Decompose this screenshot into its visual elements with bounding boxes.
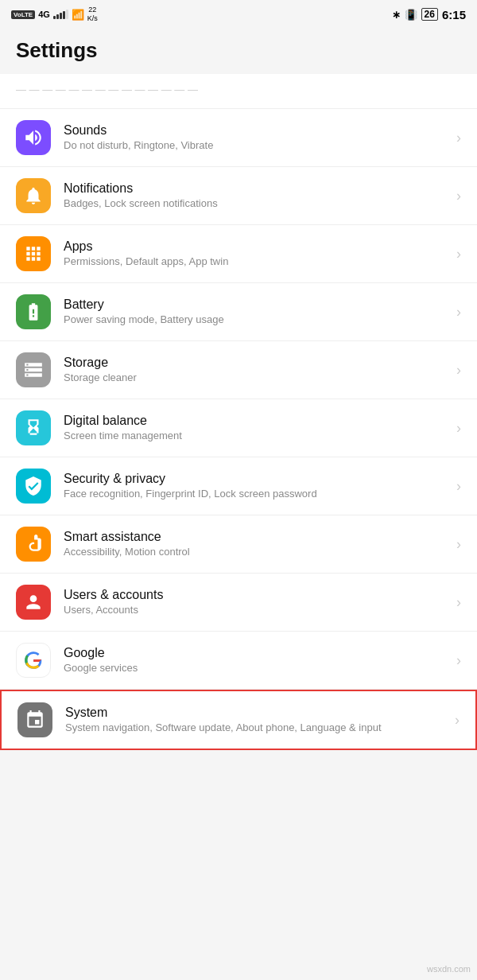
notifications-icon-wrapper bbox=[16, 178, 51, 213]
sounds-chevron: › bbox=[456, 130, 461, 146]
vibrate-icon: 📳 bbox=[405, 9, 417, 21]
system-title: System bbox=[65, 706, 448, 720]
battery-subtitle: Power saving mode, Battery usage bbox=[64, 313, 450, 327]
shield-icon bbox=[23, 476, 44, 496]
settings-item-digital-balance[interactable]: Digital balance Screen time management › bbox=[0, 399, 477, 457]
apps-icon bbox=[23, 243, 44, 264]
smart-assistance-text: Smart assistance Accessibility, Motion c… bbox=[64, 530, 450, 559]
users-text: Users & accounts Users, Accounts bbox=[64, 588, 450, 617]
google-subtitle: Google services bbox=[64, 662, 450, 675]
sounds-text: Sounds Do not disturb, Ringtone, Vibrate bbox=[64, 123, 450, 153]
wifi-icon: 📶 bbox=[72, 9, 84, 21]
battery-chevron: › bbox=[456, 304, 461, 321]
digital-balance-icon-wrapper bbox=[16, 410, 51, 445]
storage-icon bbox=[23, 360, 44, 380]
notifications-text: Notifications Badges, Lock screen notifi… bbox=[64, 181, 450, 211]
settings-item-notifications[interactable]: Notifications Badges, Lock screen notifi… bbox=[0, 167, 477, 225]
user-icon bbox=[23, 592, 44, 612]
settings-item-apps[interactable]: Apps Permissions, Default apps, App twin… bbox=[0, 225, 477, 283]
security-icon-wrapper bbox=[16, 469, 51, 504]
settings-item-system[interactable]: System System navigation, Software updat… bbox=[0, 690, 477, 750]
settings-list: Sounds Do not disturb, Ringtone, Vibrate… bbox=[0, 109, 477, 750]
security-chevron: › bbox=[456, 478, 461, 495]
volte-indicator: VoLTE bbox=[11, 10, 35, 19]
digital-balance-chevron: › bbox=[456, 420, 461, 437]
google-icon-wrapper bbox=[16, 643, 51, 678]
battery-level: 26 bbox=[421, 8, 438, 21]
smart-assistance-chevron: › bbox=[456, 536, 461, 553]
settings-item-smart-assistance[interactable]: Smart assistance Accessibility, Motion c… bbox=[0, 515, 477, 574]
smart-assistance-icon-wrapper bbox=[16, 527, 51, 562]
system-chevron: › bbox=[455, 712, 460, 729]
storage-text: Storage Storage cleaner bbox=[64, 356, 450, 385]
battery-text: Battery Power saving mode, Battery usage bbox=[64, 298, 450, 327]
settings-item-battery[interactable]: Battery Power saving mode, Battery usage… bbox=[0, 283, 477, 341]
settings-item-sounds[interactable]: Sounds Do not disturb, Ringtone, Vibrate… bbox=[0, 109, 477, 167]
storage-chevron: › bbox=[456, 362, 461, 379]
users-chevron: › bbox=[456, 594, 461, 611]
security-subtitle: Face recognition, Fingerprint ID, Lock s… bbox=[64, 488, 450, 501]
network-type: 4G bbox=[38, 10, 50, 19]
time-display: 6:15 bbox=[442, 8, 466, 21]
apps-title: Apps bbox=[64, 239, 450, 254]
system-icon bbox=[25, 710, 45, 730]
apps-text: Apps Permissions, Default apps, App twin bbox=[64, 239, 450, 269]
status-right: ∗ 📳 26 6:15 bbox=[392, 8, 466, 21]
google-chevron: › bbox=[456, 652, 461, 669]
signal-bars bbox=[53, 10, 68, 19]
hand-icon bbox=[23, 534, 44, 554]
battery-title: Battery bbox=[64, 298, 450, 312]
digital-balance-subtitle: Screen time management bbox=[64, 430, 450, 443]
settings-item-security[interactable]: Security & privacy Face recognition, Fin… bbox=[0, 457, 477, 515]
notifications-title: Notifications bbox=[64, 181, 450, 196]
digital-balance-text: Digital balance Screen time management bbox=[64, 414, 450, 443]
notifications-chevron: › bbox=[456, 188, 461, 204]
security-text: Security & privacy Face recognition, Fin… bbox=[64, 472, 450, 501]
volume-icon bbox=[23, 127, 44, 148]
system-icon-wrapper bbox=[17, 702, 52, 737]
apps-chevron: › bbox=[456, 246, 461, 262]
users-icon-wrapper bbox=[16, 585, 51, 620]
network-speed: 22K/s bbox=[87, 6, 98, 23]
status-bar: VoLTE 4G 📶 22K/s ∗ 📳 26 6:15 bbox=[0, 0, 477, 29]
google-icon bbox=[23, 650, 44, 671]
settings-item-users[interactable]: Users & accounts Users, Accounts › bbox=[0, 574, 477, 632]
google-text: Google Google services bbox=[64, 646, 450, 675]
bell-icon bbox=[23, 185, 44, 206]
settings-item-google[interactable]: Google Google services › bbox=[0, 632, 477, 690]
security-title: Security & privacy bbox=[64, 472, 450, 486]
status-left: VoLTE 4G 📶 22K/s bbox=[11, 6, 98, 23]
page-title: Settings bbox=[0, 29, 477, 74]
storage-icon-wrapper bbox=[16, 352, 51, 387]
sounds-title: Sounds bbox=[64, 123, 450, 138]
system-text: System System navigation, Software updat… bbox=[65, 706, 448, 735]
battery-icon bbox=[23, 301, 44, 322]
settings-item-storage[interactable]: Storage Storage cleaner › bbox=[0, 341, 477, 399]
partial-top-item: — — — — — — — — — — — — — — bbox=[0, 74, 477, 109]
bluetooth-icon: ∗ bbox=[392, 9, 401, 21]
apps-subtitle: Permissions, Default apps, App twin bbox=[64, 255, 450, 269]
sounds-icon-wrapper bbox=[16, 120, 51, 155]
digital-balance-title: Digital balance bbox=[64, 414, 450, 428]
storage-subtitle: Storage cleaner bbox=[64, 371, 450, 385]
users-subtitle: Users, Accounts bbox=[64, 604, 450, 617]
system-subtitle: System navigation, Software update, Abou… bbox=[65, 721, 448, 735]
smart-assistance-title: Smart assistance bbox=[64, 530, 450, 544]
smart-assistance-subtitle: Accessibility, Motion control bbox=[64, 546, 450, 559]
hourglass-icon bbox=[23, 418, 44, 438]
notifications-subtitle: Badges, Lock screen notifications bbox=[64, 197, 450, 211]
storage-title: Storage bbox=[64, 356, 450, 370]
users-title: Users & accounts bbox=[64, 588, 450, 602]
sounds-subtitle: Do not disturb, Ringtone, Vibrate bbox=[64, 139, 450, 153]
apps-icon-wrapper bbox=[16, 236, 51, 271]
google-title: Google bbox=[64, 646, 450, 660]
battery-icon-wrapper bbox=[16, 294, 51, 329]
watermark: wsxdn.com bbox=[427, 964, 471, 974]
